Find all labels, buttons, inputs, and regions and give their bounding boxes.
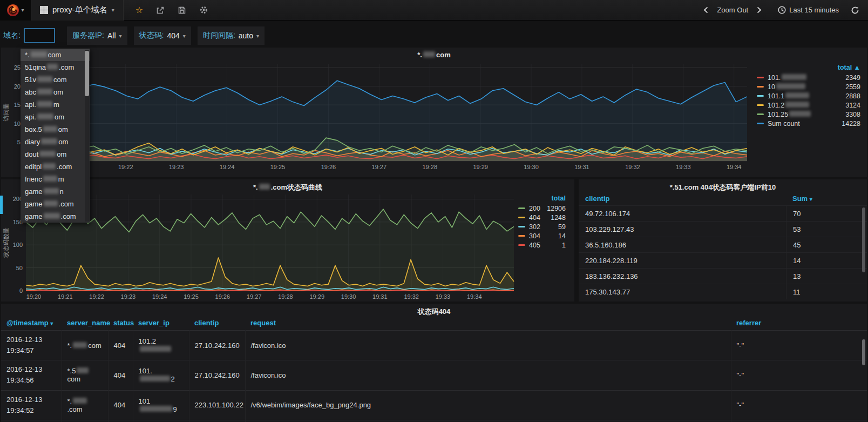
sum-cell: 45	[786, 237, 867, 252]
empty-cell	[108, 420, 133, 422]
server-ip-value: All	[107, 31, 116, 40]
svg-text:19:29: 19:29	[473, 164, 488, 170]
clientip-cell: 183.136.232.136	[579, 272, 786, 280]
redacted-text	[776, 83, 805, 89]
dropdown-option[interactable]: 51qina.com	[21, 61, 90, 73]
legend-row[interactable]: 101.12888	[755, 91, 863, 101]
svg-text:19:23: 19:23	[169, 164, 184, 170]
refresh-icon[interactable]	[851, 6, 859, 15]
legend-row[interactable]: 4041248	[516, 213, 568, 222]
dropdown-option[interactable]: box.5om	[21, 123, 90, 136]
zoom-out-right-chevron-icon[interactable]	[757, 6, 762, 14]
series-label: 304	[529, 232, 540, 240]
domain-input[interactable]	[24, 28, 55, 43]
save-icon[interactable]	[178, 6, 186, 15]
ip-table-header: clientip Sum ▾	[579, 191, 867, 205]
interval-label: 时间间隔:	[203, 31, 235, 41]
zoom-out-left-chevron-icon[interactable]	[703, 6, 708, 14]
filter-interval[interactable]: 时间间隔: auto ▾	[198, 26, 265, 45]
dropdown-option[interactable]: editpl.com	[21, 160, 90, 173]
dropdown-option[interactable]: doutom	[21, 148, 90, 160]
series-label: 101.2	[768, 102, 810, 109]
zoom-out-button[interactable]: Zoom Out	[717, 6, 748, 14]
column-header-referrer[interactable]: referrer	[731, 316, 867, 331]
traffic-chart[interactable]: 19:2219:2319:2419:2519:2619:2719:2819:29…	[1, 61, 751, 173]
svg-text:19:33: 19:33	[676, 164, 691, 170]
panel-title[interactable]: 状态码404	[1, 304, 867, 316]
filter-server-ip[interactable]: 服务器IP: All ▾	[67, 26, 127, 45]
column-header-sum[interactable]: Sum ▾	[786, 195, 867, 203]
legend-row[interactable]: 101.253308	[755, 110, 863, 119]
empty-cell	[731, 420, 867, 422]
share-icon[interactable]	[156, 6, 165, 15]
redacted-text	[43, 126, 57, 132]
scrollbar[interactable]	[862, 339, 865, 365]
filter-domain: 域名:	[3, 24, 60, 48]
scrollbar[interactable]	[862, 207, 865, 272]
server-ip-cell: 101.2	[133, 360, 189, 390]
dropdown-option[interactable]: game.com	[21, 210, 90, 223]
settings-gear-icon[interactable]	[199, 5, 208, 15]
series-color-dash	[757, 104, 764, 106]
dashboard-picker[interactable]: proxy-单个域名 ▾	[31, 0, 124, 21]
redacted-text	[789, 111, 811, 117]
svg-text:19:31: 19:31	[574, 164, 589, 170]
redacted-text	[44, 213, 60, 219]
legend-row[interactable]: 20012906	[516, 204, 568, 213]
legend-row[interactable]: 101.23124	[755, 101, 863, 110]
series-total: 2559	[845, 83, 860, 91]
grafana-logo-button[interactable]: ▾	[0, 0, 31, 21]
referrer-cell: "-"	[731, 360, 867, 390]
column-header-status[interactable]: status	[108, 316, 133, 331]
dropdown-option[interactable]: friencm	[21, 173, 90, 185]
column-header-server-name[interactable]: server_name	[62, 316, 108, 331]
dropdown-scrollbar[interactable]	[85, 51, 89, 96]
dropdown-option[interactable]: abcom	[21, 86, 90, 98]
svg-text:0: 0	[19, 287, 23, 294]
filter-status-code[interactable]: 状态码: 404 ▾	[134, 26, 191, 45]
dropdown-option[interactable]: 51vcom	[21, 73, 90, 86]
clientip-cell: 220.184.228.119	[579, 257, 786, 265]
svg-text:19:26: 19:26	[215, 293, 230, 300]
redacted-text	[37, 89, 52, 95]
clientip-cell: 27.10.242.160	[189, 360, 245, 390]
panel-title[interactable]: *.com	[1, 48, 867, 59]
legend-row[interactable]: 101.2349	[755, 73, 863, 82]
status-code-chart-legend: total20012906404124830259304144051	[516, 193, 568, 250]
dropdown-option[interactable]: gamen	[21, 185, 90, 198]
redacted-text	[73, 342, 87, 348]
row-control-strip[interactable]	[0, 196, 3, 214]
series-total: 2888	[845, 92, 860, 100]
column-header-clientip[interactable]: clientip	[579, 195, 786, 203]
chevron-down-icon: ▾	[183, 33, 186, 39]
clientip-cell: 36.5.160.186	[579, 241, 786, 249]
legend-row[interactable]: 102559	[755, 82, 863, 91]
clientip-cell: 27.10.242.160	[189, 331, 245, 360]
status-cell: 404	[108, 331, 133, 360]
dropdown-option[interactable]: api.m	[21, 98, 90, 111]
series-total: 1248	[551, 214, 566, 222]
legend-total-header[interactable]: total	[516, 193, 568, 204]
legend-row[interactable]: Sum count14228	[755, 119, 863, 128]
legend-total-header[interactable]: total ▲	[755, 63, 863, 73]
column-header-clientip[interactable]: clientip	[189, 316, 245, 331]
dropdown-option[interactable]: game.com	[21, 198, 90, 210]
legend-row[interactable]: 4051	[516, 240, 568, 250]
column-header-request[interactable]: request	[245, 316, 731, 331]
ip-table-body: 49.72.106.17470103.229.127.435336.5.160.…	[579, 205, 867, 299]
column-header-server-ip[interactable]: server_ip	[133, 316, 189, 331]
star-icon[interactable]: ☆	[135, 5, 143, 15]
dropdown-option[interactable]: *.com	[21, 49, 90, 61]
legend-row[interactable]: 30259	[516, 222, 568, 231]
panel-title[interactable]: *.51.com 404状态码客户端IP前10	[579, 179, 867, 191]
navbar: ▾ proxy-单个域名 ▾ ☆ Zoom Out Last	[0, 0, 868, 21]
time-picker[interactable]: Last 15 minutes	[778, 6, 839, 14]
ip-table-row: 175.30.143.7711	[579, 284, 867, 299]
legend-row[interactable]: 30414	[516, 231, 568, 240]
column-header-timestamp[interactable]: @timestamp ▾	[1, 316, 62, 331]
timestamp-cell: 2016-12-1319:34:57	[1, 331, 62, 360]
traffic-chart-legend: total ▲101.2349102559101.12888101.231241…	[755, 63, 863, 128]
dropdown-option[interactable]: api.om	[21, 111, 90, 123]
dropdown-option[interactable]: diaryom	[21, 136, 90, 148]
referrer-cell: "-"	[731, 390, 867, 420]
